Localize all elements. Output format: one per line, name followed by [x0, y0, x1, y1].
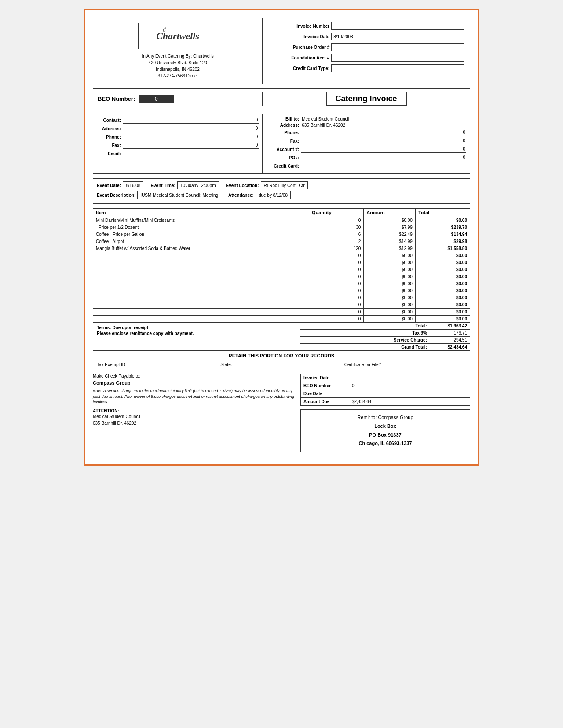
col-item: Item: [93, 209, 309, 217]
event-date-value[interactable]: 8/16/08: [123, 181, 143, 189]
col-total: Total: [415, 209, 470, 217]
amount-cell[interactable]: $14.99: [364, 238, 416, 245]
contact-contact-row: Contact: 0: [97, 117, 259, 124]
event-desc-value[interactable]: IUSM Medical Student Council: Meeting: [137, 191, 221, 199]
remit-box: Remit to: Compass Group Lock Box PO Box …: [300, 409, 470, 452]
beo-title-row: BEO Number: 0 Catering Invoice: [93, 88, 470, 109]
credit-card-row: Credit Card Type:: [268, 64, 464, 72]
qty-cell[interactable]: 0: [309, 252, 363, 259]
item-cell: - Price per 1/2 Dozent: [93, 224, 309, 231]
item-cell: [93, 309, 309, 316]
qty-cell[interactable]: 0: [309, 266, 363, 273]
contact-contact-value[interactable]: 0: [123, 117, 259, 124]
amount-cell[interactable]: $0.00: [364, 252, 416, 259]
note-text: Note: A service charge up to the maximum…: [93, 388, 296, 405]
inv-due-value[interactable]: [349, 390, 470, 397]
total-cell: $0.00: [415, 252, 470, 259]
col-quantity: Quantity: [309, 209, 363, 217]
beo-value[interactable]: 0: [139, 95, 174, 103]
qty-cell[interactable]: 0: [309, 287, 363, 294]
bill-credit-label: Credit Card:: [266, 164, 299, 169]
cert-label: Certificate on File?: [344, 362, 405, 367]
remit-line3: PO Box 91337: [306, 431, 464, 440]
amount-cell[interactable]: $0.00: [364, 316, 416, 323]
event-time-value[interactable]: 10:30am/12:00pm: [177, 181, 219, 189]
amount-cell[interactable]: $0.00: [364, 266, 416, 273]
amount-cell[interactable]: $0.00: [364, 217, 416, 224]
inv-beo-label: BEO Number: [301, 382, 349, 390]
event-attendance-value[interactable]: due by 8/12/08: [256, 191, 291, 199]
invoice-number-value[interactable]: [331, 22, 464, 30]
bill-po-value[interactable]: 0: [301, 154, 466, 161]
contact-contact-label: Contact:: [97, 118, 121, 123]
qty-cell[interactable]: 0: [309, 259, 363, 266]
bill-po-label: PO#:: [266, 155, 299, 160]
invoice-date-value[interactable]: 8/10/2008: [331, 33, 464, 40]
qty-cell[interactable]: 0: [309, 294, 363, 301]
qty-cell[interactable]: 0: [309, 316, 363, 323]
bill-phone-label: Phone:: [266, 130, 299, 135]
bill-address-label: Address:: [266, 123, 299, 128]
make-check-label: Make Check Payable to:: [93, 374, 296, 379]
bill-address-row: Address: 635 Barnhill Dr. 46202: [266, 123, 466, 128]
item-cell: Mini Danish/Mini Muffins/Mini Croissants: [93, 217, 309, 224]
event-section: Event Date: 8/16/08 Event Time: 10:30am/…: [93, 178, 470, 204]
amount-cell[interactable]: $22.49: [364, 231, 416, 238]
inv-date-value[interactable]: [349, 374, 470, 382]
qty-cell[interactable]: 0: [309, 301, 363, 309]
amount-cell[interactable]: $0.00: [364, 287, 416, 294]
amount-cell[interactable]: $0.00: [364, 301, 416, 309]
bottom-section: Make Check Payable to: Compass Group Not…: [93, 374, 470, 452]
totals-terms-row: Terms: Due upon receipt Please enclose r…: [93, 323, 470, 351]
credit-card-value[interactable]: [331, 64, 464, 72]
invoice-page: 𝓒 Chartwells In Any Event Catering By: C…: [84, 9, 479, 466]
logo-box: 𝓒 Chartwells: [138, 23, 217, 49]
event-location-value[interactable]: RI Roc Lilly Conf. Ctr: [261, 181, 308, 189]
inv-beo-value[interactable]: 0: [349, 382, 470, 390]
amount-cell[interactable]: $0.00: [364, 273, 416, 280]
qty-cell[interactable]: 30: [309, 224, 363, 231]
qty-cell[interactable]: 0: [309, 280, 363, 287]
invoice-summary: Invoice Date BEO Number 0 Due Date Amoun…: [300, 374, 470, 406]
total-cell: $0.00: [415, 217, 470, 224]
amount-cell[interactable]: $0.00: [364, 259, 416, 266]
grand-value: $2,434.64: [430, 344, 470, 350]
bill-credit-value[interactable]: [301, 162, 466, 169]
po-number-value[interactable]: [331, 43, 464, 51]
credit-card-label: Credit Card Type:: [268, 66, 329, 71]
contact-fax-value[interactable]: 0: [123, 142, 259, 149]
beo-right: Catering Invoice: [263, 89, 470, 109]
contact-email-value[interactable]: [123, 150, 259, 157]
qty-cell[interactable]: 2: [309, 238, 363, 245]
qty-cell[interactable]: 0: [309, 217, 363, 224]
bill-po-row: PO#: 0: [266, 154, 466, 161]
table-row: 0 $0.00 $0.00: [93, 252, 470, 259]
contact-address-value[interactable]: 0: [123, 125, 259, 132]
bill-account-value[interactable]: 0: [301, 146, 466, 153]
bottom-right: Invoice Date BEO Number 0 Due Date Amoun…: [300, 374, 470, 452]
contact-phone-value[interactable]: 0: [123, 133, 259, 140]
terms-line2: Please enclose remittance copy with paym…: [97, 331, 296, 336]
bill-phone-value[interactable]: 0: [301, 129, 466, 136]
table-row: 0 $0.00 $0.00: [93, 266, 470, 273]
bill-fax-label: Fax:: [266, 139, 299, 143]
qty-cell[interactable]: 0: [309, 309, 363, 316]
foundation-acct-value[interactable]: [331, 54, 464, 62]
service-label: Service Charge:: [300, 337, 430, 343]
amount-cell[interactable]: $0.00: [364, 280, 416, 287]
qty-cell[interactable]: 6: [309, 231, 363, 238]
contact-phone-row: Phone: 0: [97, 133, 259, 140]
event-top-row: Event Date: 8/16/08 Event Time: 10:30am/…: [97, 181, 466, 189]
bill-to-value: Medical Student Council: [301, 117, 466, 121]
event-location-label: Event Location:: [226, 183, 259, 188]
qty-cell[interactable]: 0: [309, 273, 363, 280]
amount-cell[interactable]: $12.99: [364, 245, 416, 252]
items-table: Item Quantity Amount Total Mini Danish/M…: [93, 208, 470, 323]
qty-cell[interactable]: 120: [309, 245, 363, 252]
amount-cell[interactable]: $0.00: [364, 294, 416, 301]
bill-fax-value[interactable]: 0: [301, 137, 466, 144]
amount-cell[interactable]: $7.99: [364, 224, 416, 231]
bill-fax-row: Fax: 0: [266, 137, 466, 144]
amount-cell[interactable]: $0.00: [364, 309, 416, 316]
inv-sum-invoice-date: Invoice Date: [301, 374, 470, 382]
